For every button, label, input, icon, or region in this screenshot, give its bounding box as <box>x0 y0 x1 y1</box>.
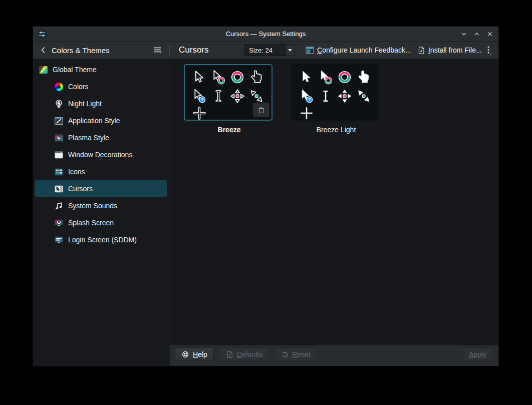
theme-name-breeze-light: Breeze Light <box>291 126 381 135</box>
sidebar-title: Colors & Themes <box>52 46 110 55</box>
sidebar-item-night-light[interactable]: Night Light <box>35 95 167 112</box>
defaults-document-icon <box>226 350 233 358</box>
resize-diagonal-cursor-icon <box>356 89 371 104</box>
icons-grid-icon <box>54 167 64 177</box>
overflow-kebab-icon <box>484 45 492 55</box>
sidebar-item-global-theme[interactable]: Global Theme <box>35 61 167 78</box>
sidebar-item-label: Colors <box>68 83 88 91</box>
reset-undo-icon <box>281 350 289 358</box>
arrow-busy-cursor-icon <box>211 70 226 85</box>
install-from-file-label: Install from File... <box>428 46 482 54</box>
delete-theme-button[interactable] <box>253 103 269 117</box>
titlebar[interactable]: Cursors — System Settings <box>33 27 498 42</box>
cursor-size-combobox[interactable]: Size: 24 <box>244 44 295 56</box>
pointer-hand-cursor-icon <box>249 70 264 85</box>
sidebar-item-label: Night Light <box>68 100 102 108</box>
defaults-button[interactable]: Defaults <box>219 347 269 361</box>
system-settings-window: Cursors — System Settings Colors & Theme… <box>33 26 499 366</box>
sidebar-header: Colors & Themes <box>33 42 169 59</box>
busy-cursor-icon <box>337 70 352 85</box>
trash-icon <box>257 106 265 114</box>
content-header: Cursors Size: 24 Configure Launch Feedba… <box>170 42 498 59</box>
sidebar-item-plasma-style[interactable]: Plasma Style <box>35 129 167 146</box>
splash-screen-icon <box>54 218 64 228</box>
maximize-button[interactable] <box>472 30 481 39</box>
sidebar-item-login-screen[interactable]: Login Screen (SDDM) <box>35 231 167 248</box>
help-cursor-icon: ? <box>299 89 314 104</box>
sidebar-item-label: Icons <box>68 168 85 176</box>
system-sounds-icon <box>54 201 64 211</box>
hamburger-menu-button[interactable] <box>150 44 164 57</box>
sidebar-item-label: Global Theme <box>53 66 97 74</box>
pointer-hand-cursor-icon <box>356 70 371 85</box>
system-settings-app-icon <box>37 29 47 39</box>
resize-diagonal-cursor-icon <box>249 89 264 104</box>
window-title: Cursors — System Settings <box>33 30 498 38</box>
night-light-icon <box>54 99 64 109</box>
crosshair-cursor-icon <box>192 106 207 121</box>
arrow-cursor-icon <box>299 70 314 85</box>
cursor-size-value: Size: 24 <box>245 47 285 54</box>
sidebar-item-label: Plasma Style <box>68 134 109 142</box>
color-wheel-icon <box>54 82 64 92</box>
plasma-style-icon <box>54 133 64 143</box>
global-theme-icon <box>39 65 48 75</box>
sidebar-item-splash-screen[interactable]: Splash Screen <box>35 214 167 231</box>
login-screen-icon <box>54 235 64 245</box>
minimize-button[interactable] <box>459 30 468 39</box>
reset-button-label: Reset <box>292 350 311 358</box>
page-title: Cursors <box>179 45 209 55</box>
theme-card-breeze-light[interactable]: ? <box>291 64 379 121</box>
sidebar-item-cursors[interactable]: Cursors <box>35 180 167 197</box>
sidebar-item-colors[interactable]: Colors <box>35 78 167 95</box>
sidebar-item-window-decorations[interactable]: Window Decorations <box>35 146 167 163</box>
sidebar-item-label: Application Style <box>68 117 120 125</box>
overflow-menu-button[interactable] <box>482 43 494 57</box>
sidebar-item-label: System Sounds <box>68 202 117 210</box>
maximize-icon <box>473 31 480 38</box>
window-decorations-icon <box>54 150 64 160</box>
sidebar-item-icons[interactable]: Icons <box>35 163 167 180</box>
combobox-dropdown-arrow[interactable] <box>285 45 295 56</box>
cursors-icon <box>54 184 64 194</box>
crosshair-cursor-icon <box>299 106 314 121</box>
back-chevron-icon <box>39 46 48 55</box>
settings-sidebar: Global Theme Colors Night Light Applicat… <box>33 59 169 366</box>
apply-button[interactable]: Apply <box>462 347 493 361</box>
text-ibeam-cursor-icon <box>211 89 226 104</box>
install-from-file-icon <box>417 46 425 55</box>
help-button[interactable]: Help <box>175 347 214 361</box>
header-bar: Colors & Themes Cursors Size: 24 <box>33 42 498 59</box>
launch-feedback-icon <box>306 46 314 55</box>
sidebar-item-label: Cursors <box>68 185 93 193</box>
help-cursor-icon: ? <box>192 89 207 104</box>
application-style-icon <box>54 116 64 126</box>
help-button-label: Help <box>193 350 207 358</box>
reset-button[interactable]: Reset <box>275 347 317 361</box>
theme-card-breeze[interactable]: ? <box>184 64 273 121</box>
footer-bar: Help Defaults Reset Apply <box>170 345 498 366</box>
back-button[interactable] <box>37 44 50 57</box>
install-from-file-button[interactable]: Install from File... <box>414 43 485 57</box>
sidebar-item-label: Login Screen (SDDM) <box>68 236 137 244</box>
defaults-button-label: Defaults <box>237 350 262 358</box>
svg-text:?: ? <box>308 97 311 102</box>
close-button[interactable] <box>485 30 494 39</box>
hamburger-menu-icon <box>152 45 163 55</box>
move-cursor-icon <box>337 89 352 104</box>
svg-text:?: ? <box>201 97 204 102</box>
sidebar-item-label: Splash Screen <box>68 219 114 227</box>
cursor-preview-grid: ? <box>292 65 378 120</box>
configure-launch-feedback-button[interactable]: Configure Launch Feedback... <box>303 43 414 57</box>
busy-cursor-icon <box>230 70 245 85</box>
text-ibeam-cursor-icon <box>318 89 333 104</box>
theme-name-breeze: Breeze <box>184 126 275 135</box>
sidebar-item-application-style[interactable]: Application Style <box>35 112 167 129</box>
sidebar-item-label: Window Decorations <box>68 151 132 159</box>
configure-launch-feedback-label: Configure Launch Feedback... <box>317 46 411 54</box>
apply-button-label: Apply <box>469 350 486 358</box>
arrow-cursor-icon <box>192 70 207 85</box>
move-cursor-icon <box>230 89 245 104</box>
cursor-themes-view: ? <box>170 59 498 345</box>
sidebar-item-system-sounds[interactable]: System Sounds <box>35 197 167 214</box>
